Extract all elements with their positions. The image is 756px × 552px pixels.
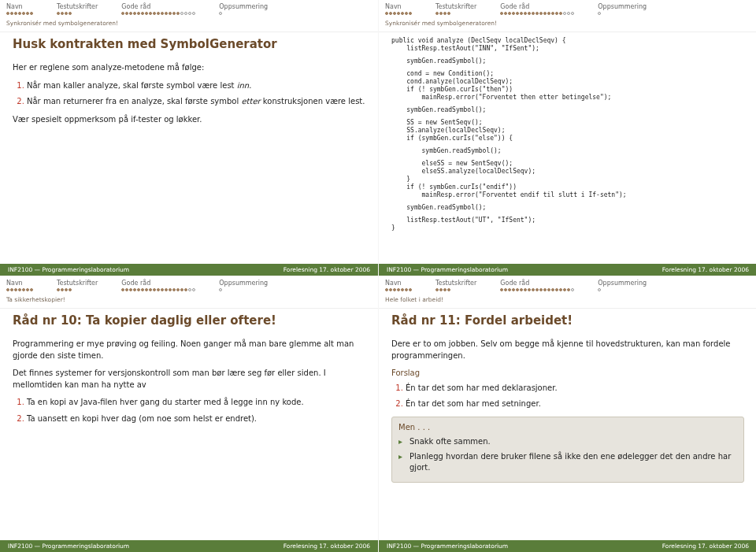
slide-2: Navn Testutskrifter Gode råd Oppsummerin… bbox=[379, 0, 756, 276]
nav-label: Navn bbox=[6, 3, 33, 10]
highlight-box: Men . . . Snakk ofte sammen. Planlegg hv… bbox=[391, 417, 744, 483]
nav-label: Oppsummering bbox=[219, 3, 268, 10]
slide-footer: INF2100 — Programmeringslaboratorium For… bbox=[379, 540, 756, 552]
list-item: Én tar det som har med setninger. bbox=[406, 398, 744, 410]
footer-right: Forelesning 17. oktober 2006 bbox=[284, 543, 370, 550]
slide-title: Råd nr 10: Ta kopier daglig eller oftere… bbox=[13, 313, 365, 328]
code-block: public void analyze (DeclSeqv localDeclS… bbox=[391, 37, 744, 53]
bullet-item: Snakk ofte sammen. bbox=[398, 436, 737, 448]
nav-item: Testutskrifter bbox=[435, 280, 476, 293]
intro-text: Her er reglene som analyze-metodene må f… bbox=[13, 62, 365, 74]
slide-footer: INF2100 — Programmeringslaboratorium For… bbox=[0, 264, 378, 276]
nav-item: Testutskrifter bbox=[57, 280, 98, 293]
paragraph: Programmering er mye prøving og feiling.… bbox=[13, 339, 365, 361]
nav-label: Gode råd bbox=[500, 280, 574, 287]
nav-bar: Navn Testutskrifter Gode råd Oppsummerin… bbox=[379, 0, 756, 17]
breadcrumb: Hele folket i arbeid! bbox=[379, 293, 756, 309]
nav-label: Gode råd bbox=[121, 3, 195, 10]
bullet-item: Planlegg hvordan dere bruker filene så i… bbox=[398, 451, 737, 474]
nav-item: Oppsummering bbox=[598, 3, 647, 17]
slide-title: Husk kontrakten med SymbolGenerator bbox=[13, 37, 365, 51]
nav-label: Gode råd bbox=[500, 3, 574, 10]
list-item: Ta uansett en kopi hver dag (om noe som … bbox=[27, 413, 365, 425]
nav-item: Gode råd bbox=[121, 280, 195, 293]
nav-label: Testutskrifter bbox=[57, 280, 98, 287]
nav-item: Navn bbox=[385, 280, 412, 293]
nav-item: Navn bbox=[385, 3, 412, 17]
nav-item: Navn bbox=[6, 280, 33, 293]
nav-item: Navn bbox=[6, 3, 33, 17]
nav-item: Oppsummering bbox=[219, 3, 268, 17]
nav-label: Testutskrifter bbox=[435, 280, 476, 287]
nav-item: Testutskrifter bbox=[57, 3, 98, 17]
code-block: cond = new Condition(); cond.analyze(loc… bbox=[391, 70, 744, 102]
subheading: Forslag bbox=[391, 368, 744, 380]
code-highlight: symbGen.readSymbol(); bbox=[391, 147, 744, 155]
slide-1: Navn Testutskrifter Gode råd Oppsummerin… bbox=[0, 0, 378, 276]
breadcrumb: Ta sikkerhetskopier! bbox=[0, 293, 378, 309]
slide-4: Navn Testutskrifter Gode råd Oppsummerin… bbox=[379, 276, 756, 552]
nav-item: Testutskrifter bbox=[435, 3, 476, 17]
footer-right: Forelesning 17. oktober 2006 bbox=[662, 543, 749, 550]
footer-left: INF2100 — Programmeringslaboratorium bbox=[8, 266, 129, 273]
slide-footer: INF2100 — Programmeringslaboratorium For… bbox=[0, 540, 378, 552]
box-title: Men . . . bbox=[398, 422, 737, 434]
nav-label: Testutskrifter bbox=[57, 3, 98, 10]
nav-label: Oppsummering bbox=[598, 280, 647, 287]
nav-item: Gode råd bbox=[500, 3, 574, 17]
code-block: SS = new SentSeqv(); SS.analyze(localDec… bbox=[391, 119, 744, 143]
nav-item: Gode råd bbox=[500, 280, 574, 293]
nav-item: Gode råd bbox=[121, 3, 195, 17]
list-item: Når man kaller analyze, skal første symb… bbox=[27, 80, 365, 92]
footer-left: INF2100 — Programmeringslaboratorium bbox=[8, 543, 129, 550]
slide-3: Navn Testutskrifter Gode råd Oppsummerin… bbox=[0, 276, 378, 552]
code-block: listResp.testAout("UT", "IfSent"); } bbox=[391, 217, 744, 232]
list-item: Én tar det som har med deklarasjoner. bbox=[406, 383, 744, 395]
breadcrumb: Synkronisér med symbolgeneratoren! bbox=[0, 17, 378, 32]
nav-label: Navn bbox=[6, 280, 33, 287]
nav-item: Oppsummering bbox=[598, 280, 647, 293]
nav-label: Navn bbox=[385, 3, 412, 10]
footer-left: INF2100 — Programmeringslaboratorium bbox=[387, 266, 508, 273]
nav-label: Gode råd bbox=[121, 280, 195, 287]
nav-bar: Navn Testutskrifter Gode råd Oppsummerin… bbox=[379, 276, 756, 293]
code-highlight: symbGen.readSymbol(); bbox=[391, 57, 744, 65]
footer-left: INF2100 — Programmeringslaboratorium bbox=[387, 543, 508, 550]
nav-bar: Navn Testutskrifter Gode råd Oppsummerin… bbox=[0, 276, 378, 293]
outro-text: Vær spesielt oppmerksom på if-tester og … bbox=[13, 114, 365, 126]
paragraph: Det finnes systemer for versjonskontroll… bbox=[13, 368, 365, 391]
slide-footer: INF2100 — Programmeringslaboratorium For… bbox=[379, 264, 756, 276]
nav-label: Oppsummering bbox=[598, 3, 647, 10]
nav-bar: Navn Testutskrifter Gode råd Oppsummerin… bbox=[0, 0, 378, 17]
code-highlight: symbGen.readSymbol(); bbox=[391, 204, 744, 212]
list-item: Når man returnerer fra en analyze, skal … bbox=[27, 96, 365, 108]
nav-item: Oppsummering bbox=[219, 280, 268, 293]
slide-title: Råd nr 11: Fordel arbeidet! bbox=[391, 313, 744, 328]
code-block: elseSS = new SentSeqv(); elseSS.analyze(… bbox=[391, 160, 744, 199]
breadcrumb: Synkronisér med symbolgeneratoren! bbox=[379, 17, 756, 32]
nav-label: Navn bbox=[385, 280, 412, 287]
nav-label: Testutskrifter bbox=[435, 3, 476, 10]
list-item: Ta en kopi av Java-filen hver gang du st… bbox=[27, 397, 365, 409]
footer-right: Forelesning 17. oktober 2006 bbox=[284, 266, 370, 273]
footer-right: Forelesning 17. oktober 2006 bbox=[662, 266, 749, 273]
code-highlight: symbGen.readSymbol(); bbox=[391, 106, 744, 114]
nav-label: Oppsummering bbox=[219, 280, 268, 287]
paragraph: Dere er to om jobben. Selv om begge må k… bbox=[391, 339, 744, 361]
